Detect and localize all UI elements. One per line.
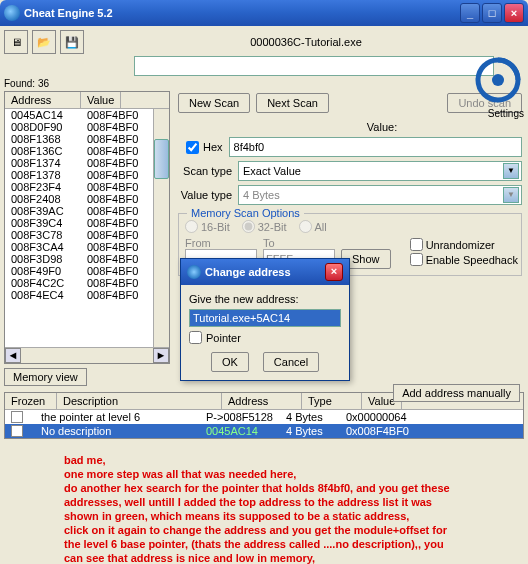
col-frozen[interactable]: Frozen [5,393,57,409]
process-input[interactable] [134,56,494,76]
chevron-down-icon: ▼ [503,163,519,179]
dialog-icon [187,265,201,279]
address-row[interactable]: 008F3CA4008F4BF0 [5,241,169,253]
unrandomizer-check[interactable]: Unrandomizer [410,238,518,251]
titlebar: Cheat Engine 5.2 _ □ × [0,0,528,26]
svg-point-1 [492,74,504,86]
value-label: Value: [242,121,522,133]
dialog-close-button[interactable]: × [325,263,343,281]
change-address-dialog: Change address × Give the new address: P… [180,258,350,381]
radio-all[interactable]: All [299,220,327,233]
value-input[interactable] [229,137,522,157]
memory-view-button[interactable]: Memory view [4,368,87,386]
select-process-button[interactable]: 🖥 [4,30,28,54]
address-row[interactable]: 008F4EC4008F4BF0 [5,289,169,301]
scrollbar[interactable] [153,109,169,347]
table-row[interactable]: No description0045AC144 Bytes0x008F4BF0 [5,424,523,438]
window-title: Cheat Engine 5.2 [24,7,460,19]
address-row[interactable]: 008F39C4008F4BF0 [5,217,169,229]
address-row[interactable]: 008F1368008F4BF0 [5,133,169,145]
address-input[interactable] [189,309,341,327]
address-list: Address Value 0045AC14008F4BF0008D0F9000… [4,91,170,364]
found-count: Found: 36 [4,78,524,89]
address-row[interactable]: 008F3C78008F4BF0 [5,229,169,241]
valuetype-dropdown[interactable]: 4 Bytes▼ [238,185,522,205]
address-row[interactable]: 008F3D98008F4BF0 [5,253,169,265]
minimize-button[interactable]: _ [460,3,480,23]
save-button[interactable]: 💾 [60,30,84,54]
dialog-label: Give the new address: [189,293,341,305]
maximize-button[interactable]: □ [482,3,502,23]
logo-icon [474,56,522,104]
address-row[interactable]: 008F136C008F4BF0 [5,145,169,157]
cancel-button[interactable]: Cancel [263,352,319,372]
col-addr[interactable]: Address [222,393,302,409]
open-button[interactable]: 📂 [32,30,56,54]
address-row[interactable]: 008F2408008F4BF0 [5,193,169,205]
address-row[interactable]: 008D0F90008F4BF0 [5,121,169,133]
pointer-check[interactable]: Pointer [189,331,341,344]
hscroll[interactable]: ◄► [5,347,169,363]
valuetype-label: Value type [178,189,238,201]
chevron-down-icon: ▼ [503,187,519,203]
address-row[interactable]: 008F23F4008F4BF0 [5,181,169,193]
hex-label: Hex [203,141,223,153]
address-row[interactable]: 008F39AC008F4BF0 [5,205,169,217]
add-address-button[interactable]: Add address manually [393,384,520,402]
speedhack-check[interactable]: Enable Speedhack [410,253,518,266]
settings-link[interactable]: Settings [488,108,524,119]
close-button[interactable]: × [504,3,524,23]
table-row[interactable]: the pointer at level 6P->008F51284 Bytes… [5,410,523,424]
ok-button[interactable]: OK [211,352,249,372]
memopts-legend: Memory Scan Options [187,207,304,219]
radio-32bit[interactable]: 32-Bit [242,220,287,233]
address-row[interactable]: 008F4C2C008F4BF0 [5,277,169,289]
hex-checkbox[interactable] [186,141,199,154]
col-type[interactable]: Type [302,393,362,409]
notes-text: bad me,one more step was all that was ne… [4,453,524,564]
new-scan-button[interactable]: New Scan [178,93,250,113]
next-scan-button[interactable]: Next Scan [256,93,329,113]
app-icon [4,5,20,21]
address-row[interactable]: 008F1374008F4BF0 [5,157,169,169]
scantype-label: Scan type [178,165,238,177]
col-address[interactable]: Address [5,92,81,108]
address-row[interactable]: 0045AC14008F4BF0 [5,109,169,121]
process-name: 0000036C-Tutorial.exe [88,36,524,48]
address-row[interactable]: 008F49F0008F4BF0 [5,265,169,277]
scantype-dropdown[interactable]: Exact Value▼ [238,161,522,181]
col-desc[interactable]: Description [57,393,222,409]
address-row[interactable]: 008F1378008F4BF0 [5,169,169,181]
radio-16bit[interactable]: 16-Bit [185,220,230,233]
dialog-title: Change address [205,266,325,278]
col-value[interactable]: Value [81,92,121,108]
